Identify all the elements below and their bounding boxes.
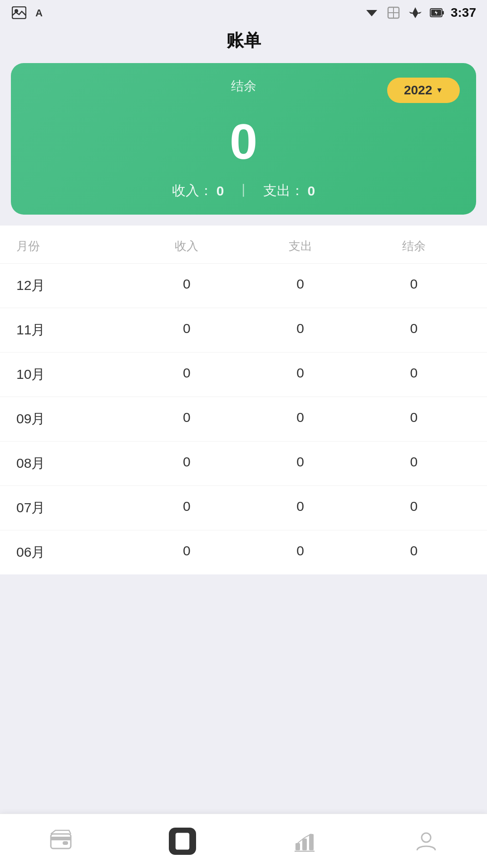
cell-expense: 0	[244, 276, 357, 295]
cell-month: 10月	[16, 365, 130, 384]
font-icon: A	[33, 6, 49, 19]
cell-income: 0	[130, 365, 243, 384]
table-header: 月份 收入 支出 结余	[0, 226, 487, 263]
cell-expense: 0	[244, 543, 357, 562]
cell-income: 0	[130, 454, 243, 473]
image-icon	[11, 6, 27, 19]
cell-balance: 0	[357, 410, 471, 428]
page-title: 账单	[0, 24, 487, 63]
cell-income: 0	[130, 410, 243, 428]
cell-income: 0	[130, 321, 243, 339]
cell-month: 11月	[16, 321, 130, 339]
sim-icon	[385, 6, 402, 19]
nav-wallet[interactable]	[0, 814, 122, 868]
nav-bill[interactable]	[122, 814, 243, 868]
status-right-icons: 3:37	[364, 5, 476, 20]
table-rows: 12月 0 0 0 11月 0 0 0 10月 0 0 0 09月 0 0 0 …	[0, 263, 487, 574]
table-row[interactable]: 07月 0 0 0	[0, 485, 487, 530]
year-selector[interactable]: 2022 ▼	[387, 78, 460, 103]
income-label: 收入：	[172, 181, 213, 200]
table-row[interactable]: 11月 0 0 0	[0, 308, 487, 352]
summary-card: 结余 2022 ▼ 0 收入： 0 丨 支出： 0	[11, 63, 476, 215]
divider: 丨	[237, 181, 251, 200]
cell-balance: 0	[357, 543, 471, 562]
svg-rect-11	[51, 837, 71, 840]
battery-icon	[429, 6, 445, 19]
status-left-icons: A	[11, 6, 49, 19]
nav-profile[interactable]	[365, 814, 487, 868]
cell-month: 06月	[16, 543, 130, 562]
table-row[interactable]: 09月 0 0 0	[0, 397, 487, 441]
balance-label: 结余	[172, 78, 316, 95]
col-month: 月份	[16, 238, 130, 254]
svg-rect-19	[309, 834, 314, 850]
status-bar: A	[0, 0, 487, 24]
monthly-table: 月份 收入 支出 结余 12月 0 0 0 11月 0 0 0 10月 0 0 …	[0, 226, 487, 574]
svg-point-21	[422, 833, 431, 842]
cell-balance: 0	[357, 454, 471, 473]
table-row[interactable]: 10月 0 0 0	[0, 352, 487, 397]
chart-icon	[291, 828, 318, 855]
cell-balance: 0	[357, 276, 471, 295]
wallet-icon	[47, 828, 74, 855]
cell-expense: 0	[244, 365, 357, 384]
cell-expense: 0	[244, 410, 357, 428]
year-value: 2022	[404, 83, 432, 98]
status-time: 3:37	[451, 5, 476, 20]
cell-income: 0	[130, 276, 243, 295]
balance-amount: 0	[27, 114, 460, 169]
wifi-icon	[364, 6, 380, 19]
svg-rect-18	[302, 839, 307, 850]
cell-expense: 0	[244, 454, 357, 473]
cell-balance: 0	[357, 365, 471, 384]
expense-label: 支出：	[263, 181, 304, 200]
profile-icon	[413, 828, 440, 855]
svg-rect-10	[51, 834, 71, 848]
svg-rect-9	[443, 11, 444, 15]
cell-month: 08月	[16, 454, 130, 473]
col-expense: 支出	[244, 238, 357, 254]
svg-text:A: A	[35, 7, 43, 19]
bill-icon	[169, 828, 196, 855]
table-row[interactable]: 12月 0 0 0	[0, 263, 487, 308]
col-income: 收入	[130, 238, 243, 254]
expense-value: 0	[308, 183, 315, 199]
table-row[interactable]: 08月 0 0 0	[0, 441, 487, 485]
table-row[interactable]: 06月 0 0 0	[0, 530, 487, 574]
svg-rect-13	[176, 833, 189, 849]
chevron-down-icon: ▼	[436, 86, 443, 94]
cell-income: 0	[130, 499, 243, 517]
airplane-icon	[407, 6, 423, 19]
income-expense-row: 收入： 0 丨 支出： 0	[27, 181, 460, 200]
cell-expense: 0	[244, 321, 357, 339]
svg-marker-3	[366, 10, 377, 16]
cell-month: 09月	[16, 410, 130, 428]
card-header: 结余 2022 ▼	[27, 78, 460, 103]
svg-rect-12	[63, 841, 68, 845]
col-balance: 结余	[357, 238, 471, 254]
bottom-nav	[0, 814, 487, 868]
cell-balance: 0	[357, 499, 471, 517]
cell-month: 12月	[16, 276, 130, 295]
income-value: 0	[216, 183, 224, 199]
cell-income: 0	[130, 543, 243, 562]
nav-chart[interactable]	[244, 814, 365, 868]
svg-rect-17	[295, 843, 300, 850]
cell-balance: 0	[357, 321, 471, 339]
cell-month: 07月	[16, 499, 130, 517]
cell-expense: 0	[244, 499, 357, 517]
